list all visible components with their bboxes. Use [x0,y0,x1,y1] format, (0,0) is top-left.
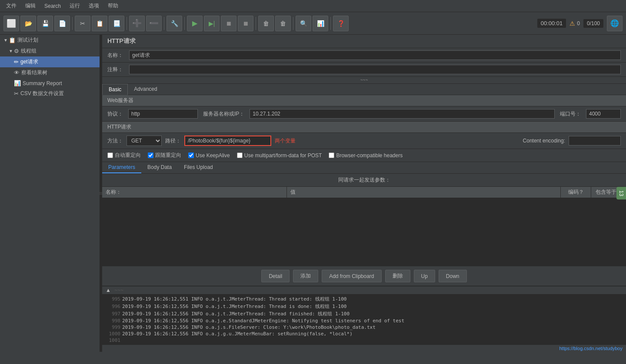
help-button[interactable]: ❓ [333,16,349,31]
server-label: 服务器名称或IP： [203,110,244,118]
sidebar-item-thread-group[interactable]: ▼ ⚙ 线程组 [0,46,100,56]
url-bar: https://blog.csdn.net/studyboy [102,344,626,352]
col-encode: 编码？ [561,187,591,198]
summary-report-icon: 📊 [14,80,21,86]
warning-badge: ⚠ 0 [569,20,580,27]
sidebar-item-label-3: get请求 [20,58,38,66]
add-clipboard-button[interactable]: Add from Clipboard [322,270,381,282]
log-body[interactable]: 995 2019-09-19 16:26:12,551 INFO o.a.j.t… [102,295,626,344]
port-input[interactable] [586,109,621,119]
comment-input[interactable] [129,65,621,74]
col-value: 值 [287,187,561,198]
params-table-body [102,198,626,266]
remove-button[interactable]: ➖ [146,16,162,31]
checkbox-row: 自动重定向 跟随重定向 Use KeepAlive Use multipart/… [102,149,626,162]
clear-all-button[interactable]: 🗑 [275,16,291,31]
checkbox-keepalive[interactable]: Use KeepAlive [188,152,230,159]
menu-item-search[interactable]: Search [40,1,65,11]
checkbox-browser-headers[interactable]: Browser-compatible headers [329,152,403,159]
test-plan-icon: 📋 [9,37,16,43]
open-button[interactable]: 📂 [20,16,36,31]
timer-display: 00:00:01 [537,19,566,28]
log-text: 2019-09-19 16:26:12,556 INFO o.a.j.t.JMe… [122,311,350,317]
detail-button[interactable]: Detail [261,270,290,282]
keepalive-label: Use KeepAlive [196,152,230,159]
params-table-header: 名称： 值 编码？ 包含等于？ [102,187,626,198]
log-header: ▲ ~~~ [102,286,626,295]
sidebar-item-test-plan[interactable]: ▼ 📋 测试计划 [0,35,100,46]
encoding-input[interactable] [569,136,621,146]
tab-advanced[interactable]: Advanced [128,84,163,95]
server-input[interactable] [250,109,555,119]
panel-title: HTTP请求 [102,35,626,48]
log-num: 998 [104,318,120,324]
protocol-label: 协议： [107,110,123,118]
checkbox-multipart[interactable]: Use multipart/form-data for POST [237,152,322,159]
log-line: 997 2019-09-19 16:26:12,556 INFO o.a.j.t… [104,310,624,318]
settings-button[interactable]: 🔧 [166,16,182,31]
method-path-row: 方法： GET POST PUT DELETE 路径： 两个变量 Content… [102,133,626,149]
name-input[interactable] [129,50,621,60]
sidebar-item-label-5: Summary Report [23,80,62,86]
log-text: 2019-09-19 16:26:12,556 INFO o.a.j.t.JMe… [122,303,346,310]
stop-button[interactable]: ⏹ [221,16,236,31]
sub-tab-parameters[interactable]: Parameters [102,162,141,173]
up-button[interactable]: Up [414,270,435,282]
sidebar-item-get-request[interactable]: ✏ get请求 [0,56,100,67]
cut-button[interactable]: ✂ [75,16,90,31]
protocol-input[interactable] [128,109,198,119]
log-num: 1000 [104,331,120,337]
path-input[interactable] [184,136,271,146]
sidebar-item-csv-settings[interactable]: ✂ CSV 数据文件设置 [0,88,100,99]
sidebar-item-label-6: CSV 数据文件设置 [20,90,64,97]
sub-tab-files-upload[interactable]: Files Upload [178,162,219,173]
sidebar-item-summary-report[interactable]: 📊 Summary Report [0,78,100,88]
log-text: 2019-09-19 16:26:12,556 INFO o.a.j.s.Fil… [122,324,376,330]
add-param-button[interactable]: 添加 [293,270,318,282]
name-row: 名称： [102,48,626,63]
sub-tab-body-data[interactable]: Body Data [141,162,178,173]
save-button[interactable]: 📄 [54,16,70,31]
delete-button[interactable]: 删除 [385,270,410,282]
method-label: 方法： [107,137,123,145]
paste-button[interactable]: 📃 [109,16,124,31]
sidebar-item-label-2: 线程组 [21,47,37,55]
function-helper-button[interactable]: 📊 [313,16,328,31]
toolbar: ⬜ 📂 💾 📄 ✂ 📋 📃 ➕ ➖ 🔧 ▶ ▶| ⏹ ⏹ 🗑 🗑 🔍 📊 ❓ 0… [0,12,626,35]
menu-item-edit[interactable]: 编辑 [21,0,40,11]
col-name: 名称： [102,187,287,198]
start-no-pause-button[interactable]: ▶| [204,16,220,31]
checkbox-auto-redirect[interactable]: 自动重定向 [107,152,141,159]
new-test-plan-button[interactable]: ⬜ [3,16,19,31]
menu-item-file[interactable]: 文件 [2,0,21,11]
expand-icon: ▼ [3,38,8,43]
menu-item-help[interactable]: 帮助 [103,0,123,11]
auto-redirect-label: 自动重定向 [115,152,141,159]
log-line: 999 2019-09-19 16:26:12,556 INFO o.a.j.s… [104,324,624,331]
save-as-button[interactable]: 💾 [37,16,53,31]
menu-item-run[interactable]: 运行 [65,0,84,11]
copy-button[interactable]: 📋 [92,16,107,31]
menu-item-options[interactable]: 选项 [84,0,103,11]
add-button[interactable]: ➕ [129,16,145,31]
shutdown-button[interactable]: ⏹ [238,16,253,31]
search-button[interactable]: 🔍 [296,16,311,31]
down-button[interactable]: Down [439,270,467,282]
checkbox-follow-redirect[interactable]: 跟随重定向 [148,152,181,159]
clear-button[interactable]: 🗑 [258,16,274,31]
collapse-icon: ~~~ [360,78,368,83]
log-up-arrow[interactable]: ▲ [106,287,111,293]
menu-bar: 文件 编辑 Search 运行 选项 帮助 [0,0,626,12]
method-select[interactable]: GET POST PUT DELETE [127,136,162,146]
http-panel: HTTP请求 名称： 注释： ~~~ Basic Advanced [102,35,626,286]
start-button[interactable]: ▶ [187,16,203,31]
globe-icon[interactable]: 🌐 [607,16,623,31]
main-tab-row: Basic Advanced [102,84,626,95]
path-label: 路径： [165,137,181,145]
collapse-bar[interactable]: ~~~ [102,77,626,84]
sidebar-item-view-results[interactable]: 👁 察看结果树 [0,67,100,78]
comment-label: 注释： [107,66,129,73]
tab-basic[interactable]: Basic [102,84,128,95]
log-line: 1001 [104,337,624,344]
follow-redirect-label: 跟随重定向 [155,152,181,159]
